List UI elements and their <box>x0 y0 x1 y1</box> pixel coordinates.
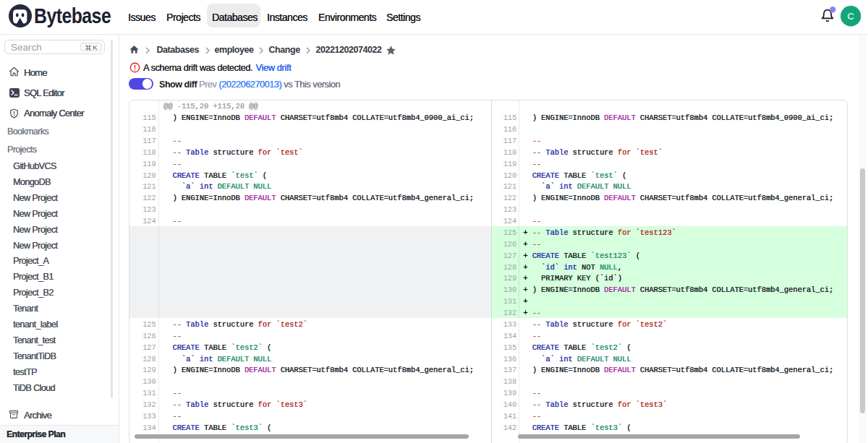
svg-text:C: C <box>847 11 854 22</box>
